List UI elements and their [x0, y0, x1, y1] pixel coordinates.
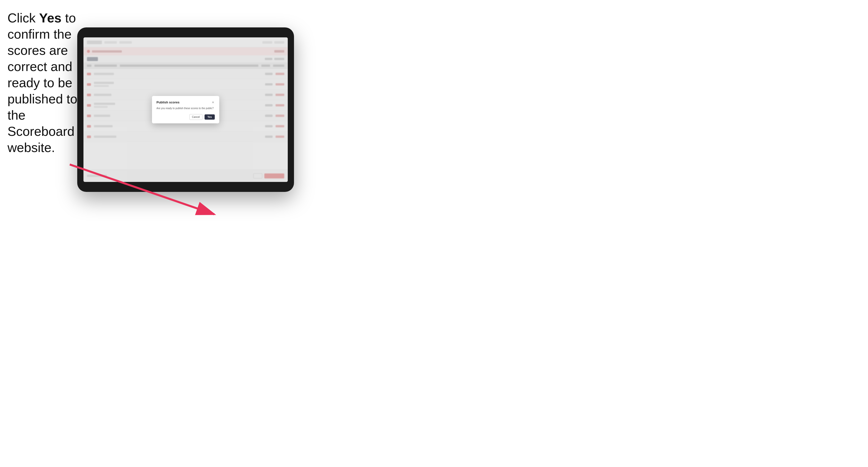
- yes-button[interactable]: Yes: [205, 114, 215, 120]
- tablet-screen: Publish scores ✕ Are you ready to publis…: [84, 37, 288, 182]
- modal-overlay: Publish scores ✕ Are you ready to publis…: [84, 37, 288, 182]
- instruction-bold: Yes: [39, 11, 62, 25]
- tablet-device: Publish scores ✕ Are you ready to publis…: [77, 27, 294, 192]
- modal-footer: Cancel Yes: [156, 114, 215, 120]
- modal-close-button[interactable]: ✕: [211, 101, 215, 104]
- instruction-text: Click Yes to confirm the scores are corr…: [7, 10, 80, 156]
- instruction-suffix: to confirm the scores are correct and re…: [7, 11, 77, 155]
- instruction-prefix: Click: [7, 11, 39, 25]
- modal-title: Publish scores: [156, 100, 179, 104]
- publish-scores-dialog: Publish scores ✕ Are you ready to publis…: [152, 96, 219, 123]
- modal-header: Publish scores ✕: [156, 100, 215, 104]
- cancel-button[interactable]: Cancel: [189, 114, 203, 120]
- modal-body-text: Are you ready to publish these scores to…: [156, 107, 215, 110]
